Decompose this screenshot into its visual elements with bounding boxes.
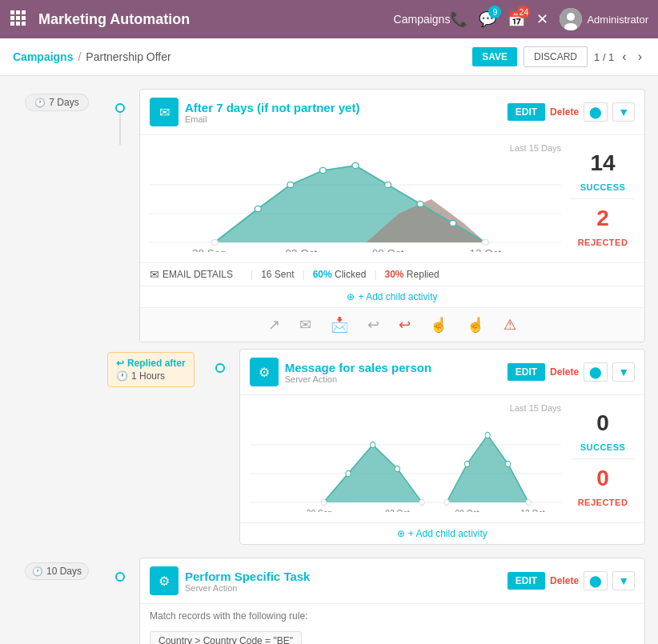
svg-point-39 (419, 499, 424, 505)
pagination: 1 / 1 ‹ › (594, 48, 645, 66)
card-1-delete-button[interactable]: Delete (550, 106, 579, 118)
child-icon-envelope[interactable]: 📩 (331, 316, 348, 334)
pagination-info: 1 / 1 (594, 51, 614, 63)
card-2-title: Message for sales person (285, 361, 431, 374)
child-icon-warning[interactable]: ⚠ (504, 316, 516, 334)
svg-point-37 (370, 442, 375, 447)
card-3-filter-button[interactable]: ▼ (612, 571, 635, 590)
chat-icon[interactable]: 💬 9 (479, 10, 496, 28)
card-2: ⚙ Message for sales person Server Action… (239, 349, 645, 545)
svg-rect-5 (22, 16, 26, 20)
card-2-chart-area: Last 15 Days (240, 395, 644, 522)
child-icons-row-1: ↗ ✉ 📩 ↩ ↩ ☝ ☝ ⚠ (140, 307, 644, 342)
user-menu[interactable]: Administrator (560, 8, 648, 30)
svg-point-23 (417, 201, 423, 206)
card-3-edit-button[interactable]: EDIT (508, 572, 545, 590)
card-2-delete-button[interactable]: Delete (550, 366, 579, 378)
breadcrumb-campaigns[interactable]: Campaigns (13, 50, 73, 63)
svg-text:12 Oct: 12 Oct (469, 248, 501, 252)
child-icon-reply[interactable]: ↩ (367, 316, 379, 334)
card-1-subtitle: Email (185, 114, 501, 124)
svg-point-42 (485, 432, 490, 438)
breadcrumb: Campaigns / Partnership Offer (13, 50, 171, 63)
replied-stat: 30% Replied (385, 269, 439, 280)
svg-text:28 Sep: 28 Sep (307, 508, 332, 512)
card-3-delete-button[interactable]: Delete (550, 575, 579, 586)
svg-text:03 Oct: 03 Oct (285, 248, 317, 252)
card-2-filter-button[interactable]: ▼ (612, 362, 635, 382)
calendar-icon[interactable]: 📅 24 (508, 10, 525, 28)
child-icon-click2[interactable]: ☝ (467, 316, 484, 334)
svg-point-41 (464, 461, 469, 466)
card-3-title: Perform Specific Task (185, 570, 310, 583)
breadcrumb-separator: / (78, 50, 81, 63)
card-2-subtitle: Server Action (285, 374, 501, 384)
grid-menu-icon[interactable] (10, 10, 29, 29)
timeline-dot-1 (115, 103, 125, 113)
svg-rect-1 (16, 10, 20, 14)
card-1-filter-button[interactable]: ▼ (612, 102, 635, 122)
card-3-chart-button[interactable]: ⬤ (584, 571, 608, 590)
add-child-label-2: ⊕ + Add child activity (245, 528, 640, 539)
sent-stat: 16 Sent (261, 269, 294, 280)
top-navigation: Marketing Automation Campaigns 📞 💬 9 📅 2… (0, 0, 658, 38)
svg-rect-6 (10, 22, 14, 26)
svg-point-21 (352, 162, 359, 168)
svg-point-22 (385, 182, 391, 187)
add-child-2[interactable]: ⊕ + Add child activity (240, 522, 644, 544)
svg-text:03 Oct: 03 Oct (385, 508, 410, 512)
timeline-dot-3 (115, 572, 125, 582)
card-3-subtitle: Server Action (185, 583, 501, 593)
add-child-1[interactable]: ⊕ + Add child activity (140, 286, 644, 307)
timeline-dot-2 (215, 363, 225, 373)
chart-stats-1: 14 SUCCESS 2 REJECTED (571, 143, 635, 254)
phone-icon[interactable]: 📞 (450, 10, 467, 28)
svg-rect-0 (10, 10, 14, 14)
svg-point-19 (287, 182, 294, 187)
svg-point-38 (395, 466, 399, 471)
card-1-title: After 7 days (if not partner yet) (185, 101, 359, 114)
success-num-1: 14 (590, 150, 615, 176)
card-1-header: ✉ After 7 days (if not partner yet) Emai… (140, 90, 644, 135)
svg-point-25 (482, 239, 488, 245)
card-3-actions: EDIT Delete ⬤ ▼ (508, 571, 635, 590)
card-2-chart-button[interactable]: ⬤ (584, 362, 608, 382)
rejected-label-2: REJECTED (578, 498, 628, 507)
chart-container-2: Last 15 Days (250, 403, 561, 514)
replied-after-hours: 🕐 1 Hours (116, 370, 165, 382)
svg-rect-2 (22, 10, 26, 14)
nav-campaigns[interactable]: Campaigns (394, 13, 451, 26)
avatar (560, 8, 582, 30)
settings-icon[interactable]: ✕ (536, 10, 548, 28)
child-icon-inbox[interactable]: ✉ (299, 316, 311, 334)
card-1: ✉ After 7 days (if not partner yet) Emai… (139, 89, 645, 342)
rejected-num-1: 2 (596, 206, 609, 231)
breadcrumb-current: Partnership Offer (86, 50, 171, 63)
svg-point-40 (443, 499, 448, 505)
child-icon-click[interactable]: ☝ (430, 316, 447, 334)
next-button[interactable]: › (635, 48, 645, 66)
svg-point-10 (567, 13, 575, 21)
svg-text:08 Oct: 08 Oct (372, 248, 404, 252)
card-3-body: Match records with the following rule: C… (140, 604, 644, 644)
days-label-2: 🕐 10 Days (25, 562, 89, 580)
svg-point-18 (255, 206, 261, 211)
email-details-label: ✉ EMAIL DETAILS (150, 268, 233, 281)
chart-period-1: Last 15 Days (150, 143, 561, 153)
card-3: ⚙ Perform Specific Task Server Action ED… (139, 558, 645, 644)
prev-button[interactable]: ‹ (619, 48, 629, 66)
success-label-2: SUCCESS (580, 442, 626, 452)
svg-point-35 (321, 499, 326, 505)
card-2-edit-button[interactable]: EDIT (508, 363, 545, 381)
discard-button[interactable]: DISCARD (524, 46, 588, 67)
rejected-label-1: REJECTED (578, 238, 628, 247)
replied-after-top: ↩ Replied after (116, 358, 186, 369)
card-1-chart-button[interactable]: ⬤ (584, 102, 608, 122)
card-1-edit-button[interactable]: EDIT (508, 103, 545, 121)
card-1-actions: EDIT Delete ⬤ ▼ (508, 102, 635, 122)
child-icon-reply2[interactable]: ↩ (399, 316, 411, 334)
email-icon: ✉ (150, 98, 179, 126)
save-button[interactable]: SAVE (472, 47, 517, 66)
child-icon-arrow[interactable]: ↗ (268, 316, 280, 334)
svg-point-20 (319, 167, 326, 173)
